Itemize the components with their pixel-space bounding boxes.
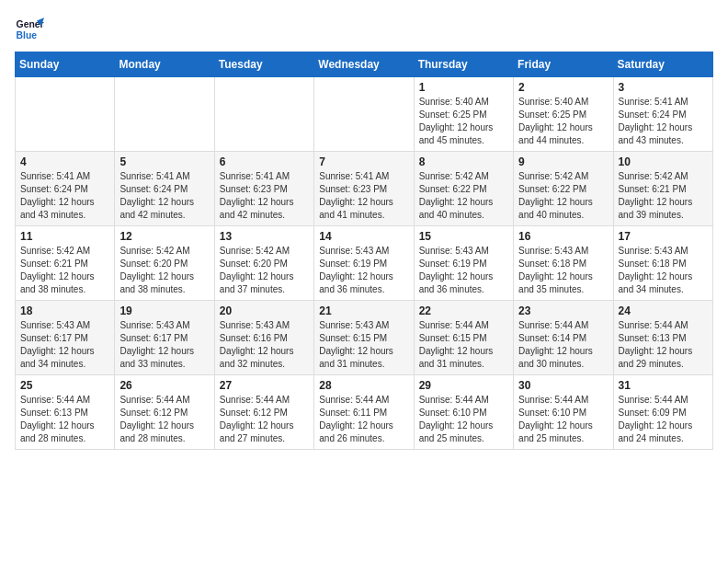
day-cell bbox=[214, 77, 313, 152]
day-info: Sunrise: 5:43 AM Sunset: 6:17 PM Dayligh… bbox=[119, 319, 209, 371]
day-number: 24 bbox=[619, 304, 708, 317]
day-number: 20 bbox=[220, 304, 309, 317]
day-info: Sunrise: 5:42 AM Sunset: 6:22 PM Dayligh… bbox=[419, 170, 508, 222]
day-cell: 14Sunrise: 5:43 AM Sunset: 6:19 PM Dayli… bbox=[314, 226, 414, 301]
day-cell: 17Sunrise: 5:43 AM Sunset: 6:18 PM Dayli… bbox=[613, 226, 712, 301]
day-info: Sunrise: 5:44 AM Sunset: 6:10 PM Dayligh… bbox=[419, 394, 508, 445]
week-row-4: 18Sunrise: 5:43 AM Sunset: 6:17 PM Dayli… bbox=[16, 301, 713, 375]
day-number: 26 bbox=[119, 379, 209, 392]
day-cell: 19Sunrise: 5:43 AM Sunset: 6:17 PM Dayli… bbox=[115, 301, 214, 375]
day-info: Sunrise: 5:43 AM Sunset: 6:15 PM Dayligh… bbox=[319, 319, 408, 371]
day-info: Sunrise: 5:43 AM Sunset: 6:18 PM Dayligh… bbox=[518, 245, 608, 296]
day-info: Sunrise: 5:44 AM Sunset: 6:14 PM Dayligh… bbox=[518, 319, 608, 371]
day-cell: 26Sunrise: 5:44 AM Sunset: 6:12 PM Dayli… bbox=[115, 375, 214, 450]
day-info: Sunrise: 5:43 AM Sunset: 6:19 PM Dayligh… bbox=[319, 245, 408, 296]
day-info: Sunrise: 5:40 AM Sunset: 6:25 PM Dayligh… bbox=[419, 96, 508, 147]
day-cell: 10Sunrise: 5:42 AM Sunset: 6:21 PM Dayli… bbox=[613, 152, 712, 226]
day-number: 9 bbox=[518, 155, 608, 168]
day-number: 21 bbox=[319, 304, 408, 317]
day-number: 18 bbox=[20, 304, 109, 317]
day-number: 15 bbox=[419, 230, 508, 243]
col-header-thursday: Thursday bbox=[414, 52, 513, 77]
day-info: Sunrise: 5:40 AM Sunset: 6:25 PM Dayligh… bbox=[518, 96, 608, 147]
col-header-saturday: Saturday bbox=[613, 52, 712, 77]
day-cell: 28Sunrise: 5:44 AM Sunset: 6:11 PM Dayli… bbox=[314, 375, 414, 450]
day-number: 27 bbox=[220, 379, 309, 392]
day-number: 16 bbox=[518, 230, 608, 243]
week-row-5: 25Sunrise: 5:44 AM Sunset: 6:13 PM Dayli… bbox=[16, 375, 713, 450]
day-info: Sunrise: 5:44 AM Sunset: 6:12 PM Dayligh… bbox=[119, 394, 209, 445]
day-number: 5 bbox=[119, 155, 209, 168]
day-cell: 16Sunrise: 5:43 AM Sunset: 6:18 PM Dayli… bbox=[514, 226, 613, 301]
day-number: 8 bbox=[419, 155, 508, 168]
svg-text:Blue: Blue bbox=[17, 30, 38, 40]
calendar-header-row: SundayMondayTuesdayWednesdayThursdayFrid… bbox=[16, 52, 713, 77]
day-info: Sunrise: 5:41 AM Sunset: 6:23 PM Dayligh… bbox=[220, 170, 309, 222]
day-number: 10 bbox=[619, 155, 708, 168]
day-cell: 2Sunrise: 5:40 AM Sunset: 6:25 PM Daylig… bbox=[514, 77, 613, 152]
day-number: 22 bbox=[419, 304, 508, 317]
day-info: Sunrise: 5:42 AM Sunset: 6:22 PM Dayligh… bbox=[518, 170, 608, 222]
day-info: Sunrise: 5:43 AM Sunset: 6:19 PM Dayligh… bbox=[419, 245, 508, 296]
day-info: Sunrise: 5:42 AM Sunset: 6:21 PM Dayligh… bbox=[619, 170, 708, 222]
day-info: Sunrise: 5:44 AM Sunset: 6:12 PM Dayligh… bbox=[220, 394, 309, 445]
col-header-sunday: Sunday bbox=[16, 52, 115, 77]
logo-icon: General Blue bbox=[15, 15, 44, 44]
day-number: 17 bbox=[619, 230, 708, 243]
day-cell: 23Sunrise: 5:44 AM Sunset: 6:14 PM Dayli… bbox=[514, 301, 613, 375]
day-cell: 25Sunrise: 5:44 AM Sunset: 6:13 PM Dayli… bbox=[16, 375, 115, 450]
logo: General Blue bbox=[15, 15, 44, 44]
day-cell: 5Sunrise: 5:41 AM Sunset: 6:24 PM Daylig… bbox=[115, 152, 214, 226]
day-number: 6 bbox=[220, 155, 309, 168]
day-cell bbox=[16, 77, 115, 152]
day-cell bbox=[115, 77, 214, 152]
col-header-friday: Friday bbox=[514, 52, 613, 77]
day-number: 13 bbox=[220, 230, 309, 243]
day-number: 3 bbox=[619, 81, 708, 94]
day-cell: 13Sunrise: 5:42 AM Sunset: 6:20 PM Dayli… bbox=[214, 226, 313, 301]
week-row-3: 11Sunrise: 5:42 AM Sunset: 6:21 PM Dayli… bbox=[16, 226, 713, 301]
day-info: Sunrise: 5:44 AM Sunset: 6:10 PM Dayligh… bbox=[518, 394, 608, 445]
day-cell: 12Sunrise: 5:42 AM Sunset: 6:20 PM Dayli… bbox=[115, 226, 214, 301]
day-cell: 15Sunrise: 5:43 AM Sunset: 6:19 PM Dayli… bbox=[414, 226, 513, 301]
day-cell: 31Sunrise: 5:44 AM Sunset: 6:09 PM Dayli… bbox=[613, 375, 712, 450]
day-info: Sunrise: 5:42 AM Sunset: 6:20 PM Dayligh… bbox=[119, 245, 209, 296]
day-number: 14 bbox=[319, 230, 408, 243]
day-info: Sunrise: 5:43 AM Sunset: 6:16 PM Dayligh… bbox=[220, 319, 309, 371]
col-header-wednesday: Wednesday bbox=[314, 52, 414, 77]
day-cell: 4Sunrise: 5:41 AM Sunset: 6:24 PM Daylig… bbox=[16, 152, 115, 226]
day-info: Sunrise: 5:42 AM Sunset: 6:20 PM Dayligh… bbox=[220, 245, 309, 296]
day-info: Sunrise: 5:44 AM Sunset: 6:15 PM Dayligh… bbox=[419, 319, 508, 371]
col-header-tuesday: Tuesday bbox=[214, 52, 313, 77]
day-info: Sunrise: 5:41 AM Sunset: 6:24 PM Dayligh… bbox=[619, 96, 708, 147]
day-number: 30 bbox=[518, 379, 608, 392]
day-cell: 1Sunrise: 5:40 AM Sunset: 6:25 PM Daylig… bbox=[414, 77, 513, 152]
day-number: 4 bbox=[20, 155, 109, 168]
day-info: Sunrise: 5:41 AM Sunset: 6:24 PM Dayligh… bbox=[119, 170, 209, 222]
day-info: Sunrise: 5:44 AM Sunset: 6:09 PM Dayligh… bbox=[619, 394, 708, 445]
day-number: 25 bbox=[20, 379, 109, 392]
day-number: 2 bbox=[518, 81, 608, 94]
day-info: Sunrise: 5:44 AM Sunset: 6:13 PM Dayligh… bbox=[619, 319, 708, 371]
day-number: 29 bbox=[419, 379, 508, 392]
day-number: 11 bbox=[20, 230, 109, 243]
day-number: 7 bbox=[319, 155, 408, 168]
day-number: 12 bbox=[119, 230, 209, 243]
day-info: Sunrise: 5:42 AM Sunset: 6:21 PM Dayligh… bbox=[20, 245, 109, 296]
day-cell: 20Sunrise: 5:43 AM Sunset: 6:16 PM Dayli… bbox=[214, 301, 313, 375]
day-cell bbox=[314, 77, 414, 152]
week-row-2: 4Sunrise: 5:41 AM Sunset: 6:24 PM Daylig… bbox=[16, 152, 713, 226]
day-cell: 18Sunrise: 5:43 AM Sunset: 6:17 PM Dayli… bbox=[16, 301, 115, 375]
day-cell: 8Sunrise: 5:42 AM Sunset: 6:22 PM Daylig… bbox=[414, 152, 513, 226]
day-cell: 9Sunrise: 5:42 AM Sunset: 6:22 PM Daylig… bbox=[514, 152, 613, 226]
day-info: Sunrise: 5:43 AM Sunset: 6:18 PM Dayligh… bbox=[619, 245, 708, 296]
day-cell: 7Sunrise: 5:41 AM Sunset: 6:23 PM Daylig… bbox=[314, 152, 414, 226]
day-number: 1 bbox=[419, 81, 508, 94]
day-cell: 6Sunrise: 5:41 AM Sunset: 6:23 PM Daylig… bbox=[214, 152, 313, 226]
day-info: Sunrise: 5:44 AM Sunset: 6:11 PM Dayligh… bbox=[319, 394, 408, 445]
calendar-table: SundayMondayTuesdayWednesdayThursdayFrid… bbox=[15, 52, 713, 450]
day-cell: 11Sunrise: 5:42 AM Sunset: 6:21 PM Dayli… bbox=[16, 226, 115, 301]
day-cell: 22Sunrise: 5:44 AM Sunset: 6:15 PM Dayli… bbox=[414, 301, 513, 375]
day-cell: 27Sunrise: 5:44 AM Sunset: 6:12 PM Dayli… bbox=[214, 375, 313, 450]
day-cell: 21Sunrise: 5:43 AM Sunset: 6:15 PM Dayli… bbox=[314, 301, 414, 375]
